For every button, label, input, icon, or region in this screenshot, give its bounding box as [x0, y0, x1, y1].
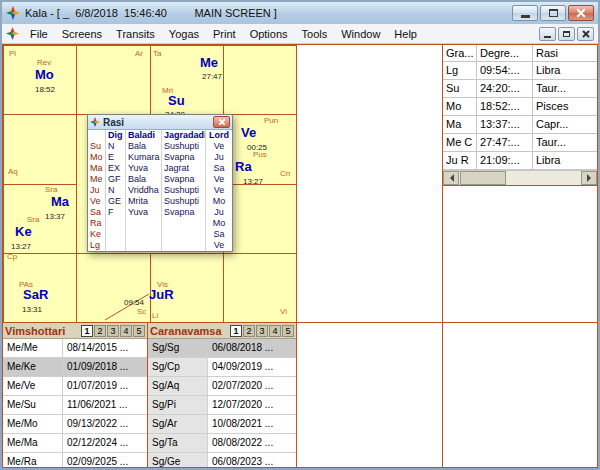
planet-table-column-header: Rasi	[533, 45, 597, 61]
sign-label-pi: Pi	[9, 50, 16, 58]
dasha-tab-1[interactable]: 1	[230, 325, 242, 337]
planet-table-row[interactable]: Ma13:37:...Capr...	[443, 116, 597, 134]
rasi-dialog-titlebar[interactable]: Rasi	[88, 115, 232, 130]
dasha-row[interactable]: Me/Ve01/07/2019 ...	[3, 377, 147, 396]
dasha-tab-4[interactable]: 4	[269, 325, 281, 337]
vimshottari-tabs: 12345	[80, 325, 145, 337]
rasi-dialog-cell: Sa	[88, 207, 106, 218]
planet-label-sa: SaR	[23, 288, 48, 301]
close-button[interactable]	[568, 5, 594, 21]
dasha-start-date: 08/08/2022 ...	[208, 434, 296, 452]
rasi-dialog-cell: Ve	[206, 141, 232, 152]
minimize-button[interactable]	[512, 5, 538, 21]
dasha-row[interactable]: Sg/Ge06/08/2023 ...	[148, 453, 296, 467]
menu-item-screens[interactable]: Screens	[55, 25, 109, 43]
rasi-dialog-row: VeGEMritaSushuptiMo	[88, 196, 232, 207]
rasi-dialog-cell: Ve	[206, 240, 232, 251]
dasha-row[interactable]: Sg/Ta08/08/2022 ...	[148, 434, 296, 453]
dasha-tab-2[interactable]: 2	[94, 325, 106, 337]
menu-item-print[interactable]: Print	[206, 25, 243, 43]
planet-label-ve: Ve	[241, 126, 256, 139]
mdi-minimize-button[interactable]	[539, 27, 556, 41]
empty-panel-middle-bottom	[297, 323, 442, 467]
rasi-dialog-row: MeGFBalaSvapnaVe	[88, 174, 232, 185]
caranavamsa-header: Caranavamsa 12345	[148, 323, 296, 339]
dasha-row[interactable]: Me/Ke01/09/2018 ...	[3, 358, 147, 377]
mdi-close-button[interactable]	[577, 27, 594, 41]
dasha-tab-3[interactable]: 3	[256, 325, 268, 337]
dasha-row[interactable]: Sg/Ar10/08/2021 ...	[148, 415, 296, 434]
titlebar[interactable]: Kala - [ _ 6/8/2018 15:46:40 MAIN SCREEN…	[2, 2, 598, 24]
menu-item-transits[interactable]: Transits	[109, 25, 162, 43]
rasi-dialog-cell	[126, 218, 162, 229]
planet-table-cell: Mo	[443, 98, 477, 115]
menu-item-yogas[interactable]: Yogas	[162, 25, 206, 43]
dasha-tab-5[interactable]: 5	[282, 325, 294, 337]
dasha-period: Sg/Pi	[148, 396, 208, 414]
rasi-dialog-header-row: DigBaladiJagradadiLord	[88, 130, 232, 141]
scrollbar-thumb[interactable]	[460, 171, 506, 185]
degree-label-mo: 18:52	[35, 86, 55, 94]
close-icon	[575, 7, 587, 19]
dasha-period: Me/Su	[3, 396, 63, 414]
dasha-row[interactable]: Me/Ra02/09/2025 ...	[3, 453, 147, 467]
rasi-dialog-cell: Ra	[88, 218, 106, 229]
menu-item-file[interactable]: File	[23, 25, 55, 43]
degree-label-sa: 13:31	[22, 306, 42, 314]
planet-table-cell: Ma	[443, 116, 477, 133]
menu-item-window[interactable]: Window	[334, 25, 387, 43]
planet-table-column-header: Degre...	[477, 45, 533, 61]
empty-panel-right-middle	[443, 186, 597, 322]
rasi-dialog-cell: Ju	[206, 152, 232, 163]
dasha-row[interactable]: Sg/Pi12/07/2020 ...	[148, 396, 296, 415]
maximize-button[interactable]	[540, 5, 566, 21]
rasi-dialog-cell	[106, 240, 126, 251]
kala-app-icon	[6, 6, 20, 20]
planet-table-row[interactable]: Lg09:54:...Libra	[443, 62, 597, 80]
planet-table-row[interactable]: Mo18:52:...Pisces	[443, 98, 597, 116]
dasha-tab-1[interactable]: 1	[81, 325, 93, 337]
rasi-dialog-column-header	[88, 130, 106, 141]
rasi-dialog-close-button[interactable]	[213, 116, 230, 128]
rasi-dialog-row: RaMo	[88, 218, 232, 229]
menu-item-tools[interactable]: Tools	[295, 25, 335, 43]
dasha-row[interactable]: Me/Me08/14/2015 ...	[3, 339, 147, 358]
planet-table-cell: Su	[443, 80, 477, 97]
rasi-dialog-cell: Ke	[88, 229, 106, 240]
dasha-tab-2[interactable]: 2	[243, 325, 255, 337]
nakshatra-label-sra-ke: Sra	[27, 216, 39, 224]
rasi-dialog-cell: Ve	[206, 174, 232, 185]
rasi-dialog-cell: Mo	[206, 196, 232, 207]
dasha-tab-3[interactable]: 3	[107, 325, 119, 337]
dasha-period: Me/Ma	[3, 434, 63, 452]
planet-table-row[interactable]: Me C27:47:...Taur...	[443, 134, 597, 152]
rasi-dialog-row: KeSa	[88, 229, 232, 240]
menu-item-help[interactable]: Help	[387, 25, 424, 43]
child-window-icon[interactable]	[6, 27, 19, 40]
dasha-row[interactable]: Me/Ma02/12/2024 ...	[3, 434, 147, 453]
dasha-row[interactable]: Me/Mo09/13/2022 ...	[3, 415, 147, 434]
rasi-dialog-cell: E	[106, 152, 126, 163]
planet-table-scrollbar[interactable]	[443, 170, 597, 185]
dasha-tab-5[interactable]: 5	[133, 325, 145, 337]
caranavamsa-rows: Sg/Sg06/08/2018 ...Sg/Cp04/09/2019 ...Sg…	[148, 339, 296, 467]
rasi-dialog-row: MoEKumaraSvapnaJu	[88, 152, 232, 163]
planet-table-row[interactable]: Su24:20:...Taur...	[443, 80, 597, 98]
dasha-row[interactable]: Sg/Aq02/07/2020 ...	[148, 377, 296, 396]
mdi-buttons	[537, 27, 594, 41]
dasha-tab-4[interactable]: 4	[120, 325, 132, 337]
mdi-restore-button[interactable]	[558, 27, 575, 41]
scroll-left-button[interactable]	[443, 171, 459, 185]
planet-label-mo: Mo	[35, 68, 54, 81]
scroll-right-button[interactable]	[581, 171, 597, 185]
rasi-dialog-cell: Vriddha	[126, 185, 162, 196]
planet-table-row[interactable]: Ju R21:09:...Libra	[443, 152, 597, 170]
rasi-dialog-table: DigBaladiJagradadiLordSuNBalaSushuptiVeM…	[88, 130, 232, 251]
rasi-dialog-column-header: Lord	[206, 130, 232, 141]
dasha-row[interactable]: Sg/Sg06/08/2018 ...	[148, 339, 296, 358]
dasha-row[interactable]: Sg/Cp04/09/2019 ...	[148, 358, 296, 377]
rasi-dialog-cell: Sushupti	[162, 141, 206, 152]
menu-item-options[interactable]: Options	[243, 25, 295, 43]
dasha-row[interactable]: Me/Su11/06/2021 ...	[3, 396, 147, 415]
planet-table-cell: Taur...	[533, 80, 597, 97]
